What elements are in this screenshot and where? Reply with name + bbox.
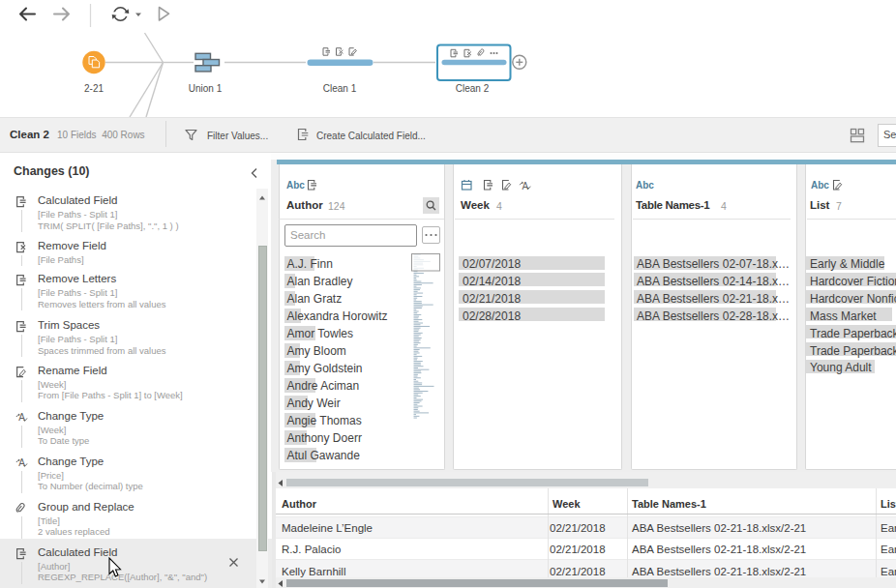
svg-text:A: A: [523, 181, 529, 191]
svg-text:A: A: [18, 412, 25, 423]
svg-text:A: A: [18, 457, 25, 468]
